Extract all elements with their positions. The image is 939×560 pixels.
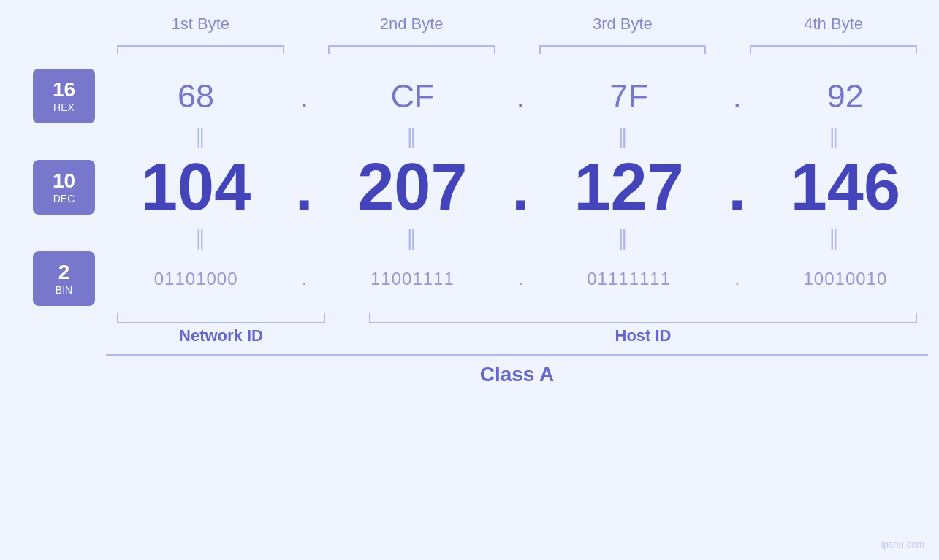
eq6: ‖	[306, 228, 517, 248]
bin-byte4: 10010010	[752, 269, 939, 289]
bin-badge-number: 2	[58, 261, 70, 284]
watermark: ipshu.com	[881, 539, 924, 550]
eq7: ‖	[517, 228, 729, 248]
bracket-3	[539, 45, 707, 54]
hex-byte4: 92	[752, 77, 939, 115]
network-bracket	[117, 313, 325, 323]
eq1: ‖	[95, 126, 306, 147]
dec-byte3: 127	[536, 150, 723, 225]
hex-row: 16 HEX 68 . CF . 7F . 92	[0, 69, 939, 123]
bin-dot3: .	[723, 270, 752, 288]
dec-row: 10 DEC 104 . 207 . 127 . 146	[0, 150, 939, 225]
hex-byte3: 7F	[536, 77, 723, 115]
eq8: ‖	[728, 228, 939, 248]
hex-byte1: 68	[102, 77, 289, 115]
equals-row-2: ‖ ‖ ‖ ‖	[95, 225, 939, 251]
dec-badge: 10 DEC	[33, 160, 95, 215]
hex-byte2: CF	[319, 77, 506, 115]
byte2-header: 2nd Byte	[306, 15, 517, 39]
eq3: ‖	[517, 126, 729, 147]
bracket-1	[117, 45, 284, 54]
hex-dot2: .	[506, 80, 536, 112]
hex-badge: 16 HEX	[33, 69, 95, 123]
eq4: ‖	[728, 126, 939, 147]
bin-byte3: 01111111	[536, 269, 723, 289]
hex-dot1: .	[289, 80, 319, 112]
class-label: Class A	[106, 356, 928, 386]
byte3-header: 3rd Byte	[517, 15, 729, 39]
dec-byte1: 104	[102, 150, 289, 225]
host-id-label: Host ID	[369, 326, 917, 345]
bin-byte1: 01101000	[102, 269, 289, 289]
dec-dot3: .	[723, 155, 752, 220]
equals-row-1: ‖ ‖ ‖ ‖	[95, 123, 939, 150]
bin-values: 01101000 . 11001111 . 01111111 . 1001001…	[102, 269, 939, 289]
class-row-container: Class A	[106, 354, 928, 386]
eq2: ‖	[306, 126, 517, 147]
bin-byte2: 11001111	[319, 269, 506, 289]
hex-badge-number: 16	[53, 79, 75, 101]
main-container: 1st Byte 2nd Byte 3rd Byte 4th Byte 16 H…	[0, 0, 939, 560]
dec-byte2: 207	[319, 150, 506, 225]
hex-dot3: .	[723, 80, 752, 112]
dec-values: 104 . 207 . 127 . 146	[102, 150, 939, 225]
dec-byte4: 146	[752, 150, 939, 225]
bracket-4	[750, 45, 917, 54]
dec-badge-number: 10	[53, 170, 75, 193]
bin-row: 2 BIN 01101000 . 11001111 . 01111111 . 1…	[0, 251, 939, 306]
bin-dot1: .	[289, 270, 319, 288]
top-brackets	[95, 45, 939, 54]
host-bracket	[369, 313, 917, 323]
dec-badge-label: DEC	[53, 193, 75, 204]
bin-badge-label: BIN	[56, 284, 72, 296]
byte-headers: 1st Byte 2nd Byte 3rd Byte 4th Byte	[95, 15, 939, 39]
hex-badge-label: HEX	[53, 101, 75, 113]
bottom-labels: Network ID Host ID	[95, 326, 939, 345]
bin-dot2: .	[506, 270, 536, 288]
bottom-area: Network ID Host ID	[0, 313, 939, 345]
byte4-header: 4th Byte	[728, 15, 939, 39]
bin-badge: 2 BIN	[33, 251, 95, 306]
bracket-2	[328, 45, 495, 54]
network-id-label: Network ID	[117, 326, 325, 345]
hex-values: 68 . CF . 7F . 92	[102, 77, 939, 115]
byte1-header: 1st Byte	[95, 15, 306, 39]
eq5: ‖	[95, 228, 306, 248]
dec-dot1: .	[289, 155, 319, 220]
dec-dot2: .	[506, 155, 536, 220]
bottom-brackets	[95, 313, 939, 323]
